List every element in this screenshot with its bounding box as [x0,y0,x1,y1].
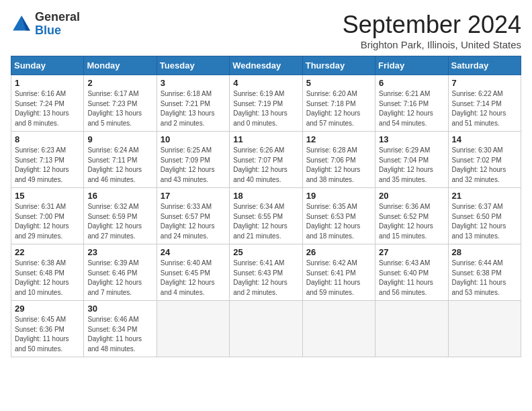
day-info: Sunrise: 6:44 AMSunset: 6:38 PMDaylight:… [452,259,517,298]
calendar-day-cell: 24Sunrise: 6:40 AMSunset: 6:45 PMDayligh… [157,244,229,301]
day-info: Sunrise: 6:21 AMSunset: 7:16 PMDaylight:… [379,89,444,128]
day-number: 2 [87,78,152,88]
calendar-week-row: 8Sunrise: 6:23 AMSunset: 7:13 PMDaylight… [11,132,521,188]
col-header-monday: Monday [84,56,157,75]
day-info: Sunrise: 6:36 AMSunset: 6:52 PMDaylight:… [379,202,444,241]
calendar-day-cell [230,301,302,357]
calendar-day-cell: 3Sunrise: 6:18 AMSunset: 7:21 PMDaylight… [157,75,229,132]
calendar-header-row: SundayMondayTuesdayWednesdayThursdayFrid… [11,56,521,75]
logo: General Blue [11,11,80,38]
calendar-day-cell: 19Sunrise: 6:35 AMSunset: 6:53 PMDayligh… [302,188,375,244]
calendar-day-cell: 15Sunrise: 6:31 AMSunset: 7:00 PMDayligh… [11,188,84,244]
day-info: Sunrise: 6:45 AMSunset: 6:36 PMDaylight:… [15,315,80,354]
day-info: Sunrise: 6:24 AMSunset: 7:11 PMDaylight:… [87,146,152,185]
col-header-wednesday: Wednesday [230,56,302,75]
day-number: 4 [233,78,298,88]
day-info: Sunrise: 6:19 AMSunset: 7:19 PMDaylight:… [233,89,298,128]
title-section: September 2024 Brighton Park, Illinois, … [343,11,521,50]
calendar-day-cell: 7Sunrise: 6:22 AMSunset: 7:14 PMDaylight… [448,75,521,132]
day-info: Sunrise: 6:33 AMSunset: 6:57 PMDaylight:… [161,202,226,241]
day-info: Sunrise: 6:32 AMSunset: 6:59 PMDaylight:… [87,202,152,241]
day-number: 30 [87,304,152,314]
day-number: 6 [379,78,444,88]
logo-general: General [35,10,80,24]
calendar-day-cell: 2Sunrise: 6:17 AMSunset: 7:23 PMDaylight… [84,75,157,132]
day-info: Sunrise: 6:20 AMSunset: 7:18 PMDaylight:… [306,89,371,128]
day-info: Sunrise: 6:38 AMSunset: 6:48 PMDaylight:… [15,259,80,298]
col-header-thursday: Thursday [302,56,375,75]
page-header: General Blue September 2024 Brighton Par… [11,11,521,50]
day-info: Sunrise: 6:28 AMSunset: 7:06 PMDaylight:… [306,146,371,185]
calendar-day-cell: 20Sunrise: 6:36 AMSunset: 6:52 PMDayligh… [375,188,448,244]
day-number: 20 [379,191,444,201]
col-header-saturday: Saturday [448,56,521,75]
day-number: 28 [452,247,517,257]
calendar-day-cell: 1Sunrise: 6:16 AMSunset: 7:24 PMDaylight… [11,75,84,132]
day-info: Sunrise: 6:46 AMSunset: 6:34 PMDaylight:… [87,315,152,354]
day-number: 24 [161,247,226,257]
day-number: 23 [87,247,152,257]
calendar-day-cell: 23Sunrise: 6:39 AMSunset: 6:46 PMDayligh… [84,244,157,301]
calendar-day-cell: 27Sunrise: 6:43 AMSunset: 6:40 PMDayligh… [375,244,448,301]
calendar-table: SundayMondayTuesdayWednesdayThursdayFrid… [11,56,521,357]
day-info: Sunrise: 6:16 AMSunset: 7:24 PMDaylight:… [15,89,80,128]
day-number: 7 [452,78,517,88]
day-info: Sunrise: 6:17 AMSunset: 7:23 PMDaylight:… [87,89,152,128]
day-number: 13 [379,134,444,144]
day-info: Sunrise: 6:40 AMSunset: 6:45 PMDaylight:… [161,259,226,298]
calendar-day-cell: 13Sunrise: 6:29 AMSunset: 7:04 PMDayligh… [375,132,448,188]
calendar-day-cell: 12Sunrise: 6:28 AMSunset: 7:06 PMDayligh… [302,132,375,188]
day-info: Sunrise: 6:31 AMSunset: 7:00 PMDaylight:… [15,202,80,241]
day-info: Sunrise: 6:41 AMSunset: 6:43 PMDaylight:… [233,259,298,298]
calendar-day-cell [448,301,521,357]
day-number: 22 [15,247,80,257]
logo-blue: Blue [35,24,61,37]
day-number: 10 [161,134,226,144]
calendar-week-row: 22Sunrise: 6:38 AMSunset: 6:48 PMDayligh… [11,244,521,301]
day-info: Sunrise: 6:23 AMSunset: 7:13 PMDaylight:… [15,146,80,185]
day-info: Sunrise: 6:30 AMSunset: 7:02 PMDaylight:… [452,146,517,185]
day-number: 12 [306,134,371,144]
calendar-day-cell: 16Sunrise: 6:32 AMSunset: 6:59 PMDayligh… [84,188,157,244]
day-info: Sunrise: 6:43 AMSunset: 6:40 PMDaylight:… [379,259,444,298]
day-info: Sunrise: 6:42 AMSunset: 6:41 PMDaylight:… [306,259,371,298]
day-info: Sunrise: 6:39 AMSunset: 6:46 PMDaylight:… [87,259,152,298]
calendar-day-cell: 11Sunrise: 6:26 AMSunset: 7:07 PMDayligh… [230,132,302,188]
day-number: 26 [306,247,371,257]
day-number: 8 [15,134,80,144]
day-number: 18 [233,191,298,201]
day-number: 15 [15,191,80,201]
day-number: 1 [15,78,80,88]
calendar-day-cell [302,301,375,357]
day-info: Sunrise: 6:37 AMSunset: 6:50 PMDaylight:… [452,202,517,241]
day-number: 21 [452,191,517,201]
day-info: Sunrise: 6:22 AMSunset: 7:14 PMDaylight:… [452,89,517,128]
day-number: 11 [233,134,298,144]
calendar-day-cell: 28Sunrise: 6:44 AMSunset: 6:38 PMDayligh… [448,244,521,301]
calendar-day-cell [375,301,448,357]
col-header-tuesday: Tuesday [157,56,229,75]
day-number: 19 [306,191,371,201]
day-number: 29 [15,304,80,314]
calendar-day-cell: 17Sunrise: 6:33 AMSunset: 6:57 PMDayligh… [157,188,229,244]
day-number: 14 [452,134,517,144]
location: Brighton Park, Illinois, United States [343,39,521,50]
calendar-day-cell: 8Sunrise: 6:23 AMSunset: 7:13 PMDaylight… [11,132,84,188]
calendar-day-cell: 26Sunrise: 6:42 AMSunset: 6:41 PMDayligh… [302,244,375,301]
day-info: Sunrise: 6:26 AMSunset: 7:07 PMDaylight:… [233,146,298,185]
day-number: 27 [379,247,444,257]
day-number: 9 [87,134,152,144]
logo-icon [11,13,32,35]
calendar-day-cell: 14Sunrise: 6:30 AMSunset: 7:02 PMDayligh… [448,132,521,188]
calendar-week-row: 15Sunrise: 6:31 AMSunset: 7:00 PMDayligh… [11,188,521,244]
day-info: Sunrise: 6:25 AMSunset: 7:09 PMDaylight:… [161,146,226,185]
day-info: Sunrise: 6:34 AMSunset: 6:55 PMDaylight:… [233,202,298,241]
calendar-day-cell: 25Sunrise: 6:41 AMSunset: 6:43 PMDayligh… [230,244,302,301]
calendar-day-cell: 18Sunrise: 6:34 AMSunset: 6:55 PMDayligh… [230,188,302,244]
day-number: 16 [87,191,152,201]
calendar-day-cell: 9Sunrise: 6:24 AMSunset: 7:11 PMDaylight… [84,132,157,188]
day-info: Sunrise: 6:35 AMSunset: 6:53 PMDaylight:… [306,202,371,241]
calendar-day-cell: 5Sunrise: 6:20 AMSunset: 7:18 PMDaylight… [302,75,375,132]
calendar-day-cell [157,301,229,357]
day-number: 5 [306,78,371,88]
